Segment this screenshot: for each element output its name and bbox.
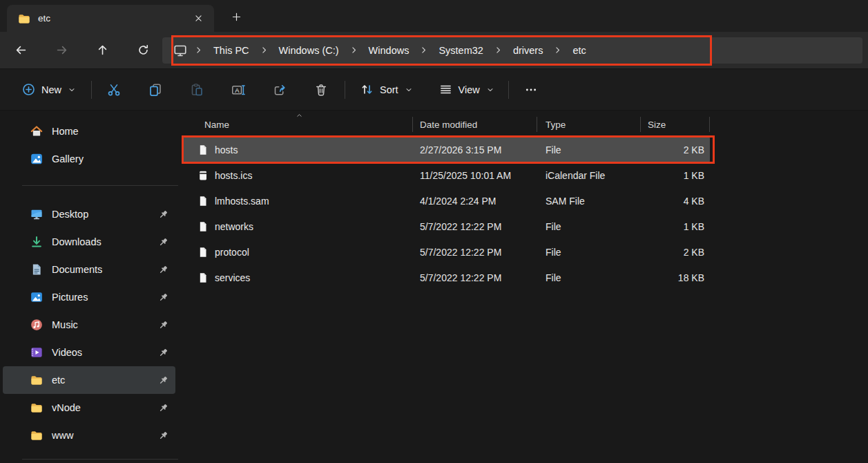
ics-file-icon [197,170,209,181]
column-header-size-label: Size [648,120,666,130]
column-header-type[interactable]: Type [537,112,641,137]
breadcrumb-device-button[interactable] [171,44,190,57]
column-header-date-modified[interactable]: Date modified [413,112,537,137]
sidebar-item-videos[interactable]: Videos [3,339,175,366]
breadcrumb-chevron-icon[interactable] [550,46,565,55]
file-date-modified: 4/1/2024 2:24 PM [413,196,537,207]
file-icon [197,196,209,207]
downloads-icon [30,236,43,248]
file-row-hosts-ics[interactable]: hosts.ics11/25/2025 10:01 AMiCalendar Fi… [184,162,710,188]
paste-icon [190,83,204,97]
breadcrumb-chevron-icon[interactable] [257,46,271,55]
share-button[interactable] [266,77,293,103]
sidebar-item-label: Desktop [52,209,149,220]
explorer-tab-etc[interactable]: etc [7,5,214,32]
sort-button-label: Sort [380,84,398,95]
file-name: services [215,272,250,283]
column-headers: Name Date modified Type Size [178,112,868,137]
videos-icon [30,346,43,359]
sidebar-item-gallery[interactable]: Gallery [3,145,175,173]
sort-icon [360,83,374,96]
file-type: File [537,247,641,258]
breadcrumb-item-windows-c-[interactable]: Windows (C:) [273,42,345,59]
back-icon [15,44,27,56]
copy-icon [148,83,162,97]
breadcrumb-item-this-pc[interactable]: This PC [207,42,255,59]
pictures-icon [30,291,43,303]
copy-button[interactable] [142,77,169,103]
folder-icon [18,12,30,25]
column-header-name[interactable]: Name [178,112,413,137]
breadcrumb-item-windows[interactable]: Windows [363,42,416,59]
cut-icon [107,83,121,97]
file-size: 2 KB [641,144,710,155]
chevron-right-icon [349,46,358,55]
breadcrumb-chevron-icon[interactable] [416,46,431,55]
file-name-cell: hosts.ics [184,170,413,181]
sidebar-item-label: vNode [52,402,149,413]
command-bar: New A Sort View [0,68,868,111]
chevron-right-icon [194,46,203,55]
up-button[interactable] [90,38,115,63]
file-row-networks[interactable]: networks5/7/2022 12:22 PMFile1 KB [184,214,710,239]
sidebar-item-label: etc [52,375,149,386]
breadcrumb-item-system32[interactable]: System32 [432,42,489,59]
file-name: lmhosts.sam [215,196,269,207]
folder-icon [30,401,43,414]
back-button[interactable] [8,38,33,63]
sidebar-item-downloads[interactable]: Downloads [3,228,175,256]
sidebar-item-label: Gallery [52,153,168,164]
file-icon [197,272,209,283]
sidebar-item-vnode[interactable]: vNode [3,394,175,422]
paste-button[interactable] [183,77,211,103]
tab-title: etc [38,13,182,23]
breadcrumb-item-etc[interactable]: etc [566,42,592,59]
breadcrumb-chevron-icon[interactable] [191,46,206,55]
sidebar-item-etc[interactable]: etc [3,366,175,394]
sidebar-item-desktop[interactable]: Desktop [3,200,175,228]
sidebar-item-music[interactable]: Music [3,311,175,339]
address-bar[interactable]: This PCWindows (C:)WindowsSystem32driver… [162,37,862,64]
delete-button[interactable] [307,77,335,103]
sidebar-item-label: Home [52,126,168,137]
forward-button[interactable] [49,38,74,63]
plus-circle-icon [22,83,35,96]
rename-button[interactable]: A [224,77,252,103]
column-header-size[interactable]: Size [641,112,710,137]
new-button[interactable]: New [15,77,83,102]
svg-text:A: A [235,86,240,93]
file-name: protocol [215,247,249,258]
file-name: hosts.ics [215,170,252,181]
sidebar-item-www[interactable]: www [3,422,175,449]
refresh-button[interactable] [131,38,155,63]
view-button[interactable]: View [432,77,501,102]
new-tab-button[interactable] [226,7,246,26]
chevron-right-icon [553,46,562,55]
more-options-button[interactable] [517,77,545,103]
sidebar-item-documents[interactable]: Documents [3,256,175,283]
refresh-icon [137,44,149,56]
file-row-protocol[interactable]: protocol5/7/2022 12:22 PMFile2 KB [184,239,710,265]
cut-button[interactable] [100,77,128,103]
sidebar-divider [22,459,178,460]
file-rows: hosts2/27/2026 3:15 PMFile2 KBhosts.ics1… [184,137,868,290]
sidebar-divider [22,185,178,186]
toolbar-separator [508,81,509,99]
breadcrumb-chevron-icon[interactable] [347,46,361,55]
file-date-modified: 5/7/2022 12:22 PM [413,272,537,283]
file-row-hosts[interactable]: hosts2/27/2026 3:15 PMFile2 KB [184,137,710,162]
sidebar-item-home[interactable]: Home [3,117,175,145]
gallery-icon [30,153,43,165]
file-icon [197,247,209,258]
sidebar-item-pictures[interactable]: Pictures [3,283,175,311]
nav-buttons [8,38,155,63]
file-row-lmhosts-sam[interactable]: lmhosts.sam4/1/2024 2:24 PMSAM File4 KB [184,188,710,214]
sort-button[interactable]: Sort [354,77,420,102]
close-tab-icon[interactable] [189,10,207,28]
file-type: File [537,144,641,155]
file-row-services[interactable]: services5/7/2022 12:22 PMFile18 KB [184,265,710,290]
breadcrumb-item-drivers[interactable]: drivers [507,42,550,59]
sidebar-item-label: Videos [52,347,149,358]
navigation-bar: This PCWindows (C:)WindowsSystem32driver… [0,32,868,68]
breadcrumb-chevron-icon[interactable] [491,46,505,55]
